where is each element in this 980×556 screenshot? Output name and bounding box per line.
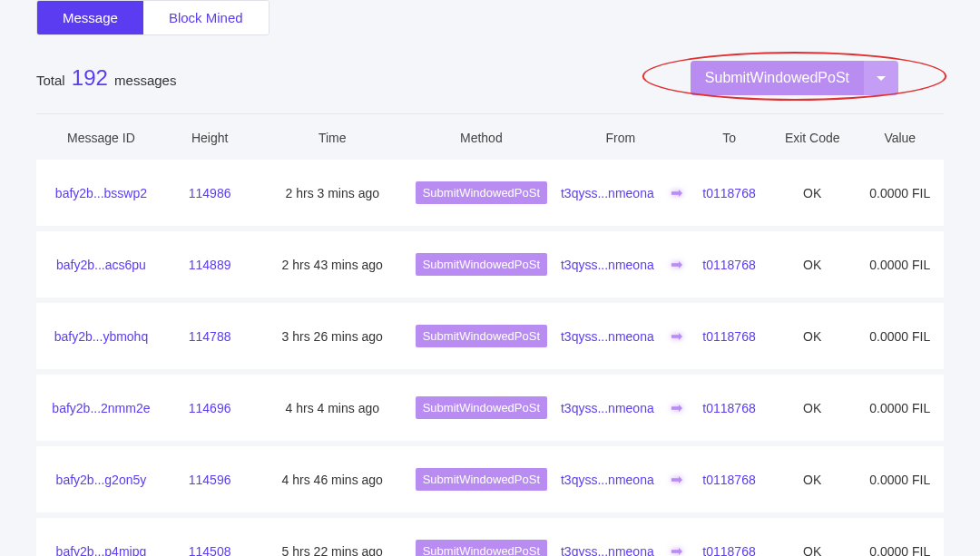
from-address-link[interactable]: t3qyss...nmeona	[552, 473, 664, 487]
method-badge: SubmitWindowedPoSt	[416, 253, 547, 276]
method-badge: SubmitWindowedPoSt	[416, 181, 547, 204]
time-text: 4 hrs 4 mins ago	[253, 401, 411, 415]
from-address-link[interactable]: t3qyss...nmeona	[552, 329, 664, 344]
from-address-link[interactable]: t3qyss...nmeona	[552, 258, 664, 272]
value-text: 0.0000 FIL	[856, 473, 944, 487]
header-time: Time	[253, 131, 411, 145]
to-address-link[interactable]: t0118768	[690, 473, 769, 487]
time-text: 2 hrs 43 mins ago	[253, 258, 411, 272]
from-address-link[interactable]: t3qyss...nmeona	[552, 186, 664, 200]
to-address-link[interactable]: t0118768	[690, 544, 769, 557]
method-badge: SubmitWindowedPoSt	[416, 396, 547, 419]
arrow-cell: ➡	[663, 256, 690, 273]
method-badge: SubmitWindowedPoSt	[416, 540, 547, 556]
table-row: bafy2b...acs6pu1148892 hrs 43 mins agoSu…	[36, 231, 944, 298]
exit-code-text: OK	[769, 258, 857, 272]
from-address-link[interactable]: t3qyss...nmeona	[552, 544, 664, 557]
caret-down-icon	[877, 76, 886, 81]
header-message-id: Message ID	[36, 131, 166, 145]
method-cell: SubmitWindowedPoSt	[411, 468, 551, 491]
message-id-link[interactable]: bafy2b...ybmohq	[36, 329, 166, 344]
table-row: bafy2b...p4mipg1145085 hrs 22 mins agoSu…	[36, 518, 944, 556]
total-prefix: Total	[36, 73, 69, 88]
exit-code-text: OK	[769, 401, 857, 415]
header-to: To	[690, 131, 769, 145]
arrow-cell: ➡	[663, 471, 690, 488]
exit-code-text: OK	[769, 473, 857, 487]
method-filter-dropdown[interactable]: SubmitWindowedPoSt	[691, 61, 898, 95]
from-address-link[interactable]: t3qyss...nmeona	[552, 401, 664, 415]
height-link[interactable]: 114788	[166, 329, 254, 344]
arrow-right-icon: ➡	[671, 400, 682, 415]
value-text: 0.0000 FIL	[856, 329, 944, 344]
arrow-right-icon: ➡	[671, 472, 682, 487]
message-id-link[interactable]: bafy2b...bsswp2	[36, 186, 166, 200]
messages-table: Message ID Height Time Method From To Ex…	[36, 113, 944, 556]
message-id-link[interactable]: bafy2b...p4mipg	[36, 544, 166, 557]
value-text: 0.0000 FIL	[856, 258, 944, 272]
message-id-link[interactable]: bafy2b...2nmm2e	[36, 401, 166, 415]
message-id-link[interactable]: bafy2b...g2on5y	[36, 473, 166, 487]
table-row: bafy2b...ybmohq1147883 hrs 26 mins agoSu…	[36, 303, 944, 369]
exit-code-text: OK	[769, 544, 857, 557]
time-text: 5 hrs 22 mins ago	[253, 544, 411, 557]
header-height: Height	[166, 131, 254, 145]
time-text: 4 hrs 46 mins ago	[253, 473, 411, 487]
tab-block-mined[interactable]: Block Mined	[143, 1, 269, 34]
to-address-link[interactable]: t0118768	[690, 258, 769, 272]
height-link[interactable]: 114889	[166, 258, 254, 272]
time-text: 3 hrs 26 mins ago	[253, 329, 411, 344]
method-filter-selected: SubmitWindowedPoSt	[691, 61, 864, 95]
table-row: bafy2b...bsswp21149862 hrs 3 mins agoSub…	[36, 160, 944, 226]
content-tabs: Message Block Mined	[36, 0, 270, 35]
height-link[interactable]: 114596	[166, 473, 254, 487]
summary-row: Total 192 messages SubmitWindowedPoSt	[36, 54, 944, 102]
time-text: 2 hrs 3 mins ago	[253, 186, 411, 200]
height-link[interactable]: 114508	[166, 544, 254, 557]
arrow-cell: ➡	[663, 327, 690, 345]
table-row: bafy2b...g2on5y1145964 hrs 46 mins agoSu…	[36, 446, 944, 512]
exit-code-text: OK	[769, 329, 857, 344]
total-suffix: messages	[111, 73, 177, 88]
arrow-cell: ➡	[663, 399, 690, 416]
table-header-row: Message ID Height Time Method From To Ex…	[36, 114, 944, 160]
total-count: 192	[72, 65, 108, 90]
method-cell: SubmitWindowedPoSt	[411, 396, 551, 419]
tab-message[interactable]: Message	[37, 1, 143, 34]
dropdown-caret-zone	[864, 61, 898, 95]
value-text: 0.0000 FIL	[856, 186, 944, 200]
arrow-right-icon: ➡	[671, 328, 682, 344]
table-row: bafy2b...2nmm2e1146964 hrs 4 mins agoSub…	[36, 375, 944, 441]
filter-annotation-wrap: SubmitWindowedPoSt	[645, 54, 944, 102]
header-method: Method	[411, 131, 551, 145]
method-badge: SubmitWindowedPoSt	[416, 468, 547, 491]
header-from: From	[552, 131, 691, 145]
to-address-link[interactable]: t0118768	[690, 401, 769, 415]
value-text: 0.0000 FIL	[856, 544, 944, 557]
to-address-link[interactable]: t0118768	[690, 186, 769, 200]
header-exit-code: Exit Code	[769, 131, 857, 145]
arrow-cell: ➡	[663, 184, 690, 201]
arrow-right-icon: ➡	[671, 185, 682, 200]
height-link[interactable]: 114986	[166, 186, 254, 200]
value-text: 0.0000 FIL	[856, 401, 944, 415]
method-cell: SubmitWindowedPoSt	[411, 253, 551, 276]
method-cell: SubmitWindowedPoSt	[411, 181, 551, 204]
to-address-link[interactable]: t0118768	[690, 329, 769, 344]
arrow-cell: ➡	[663, 542, 690, 556]
exit-code-text: OK	[769, 186, 857, 200]
table-body: bafy2b...bsswp21149862 hrs 3 mins agoSub…	[36, 160, 944, 556]
arrow-right-icon: ➡	[671, 543, 682, 556]
total-messages-text: Total 192 messages	[36, 65, 176, 91]
method-badge: SubmitWindowedPoSt	[416, 325, 547, 347]
header-value: Value	[857, 131, 945, 145]
message-id-link[interactable]: bafy2b...acs6pu	[36, 258, 166, 272]
method-cell: SubmitWindowedPoSt	[411, 325, 551, 347]
arrow-right-icon: ➡	[671, 257, 682, 272]
height-link[interactable]: 114696	[166, 401, 254, 415]
method-cell: SubmitWindowedPoSt	[411, 540, 551, 556]
